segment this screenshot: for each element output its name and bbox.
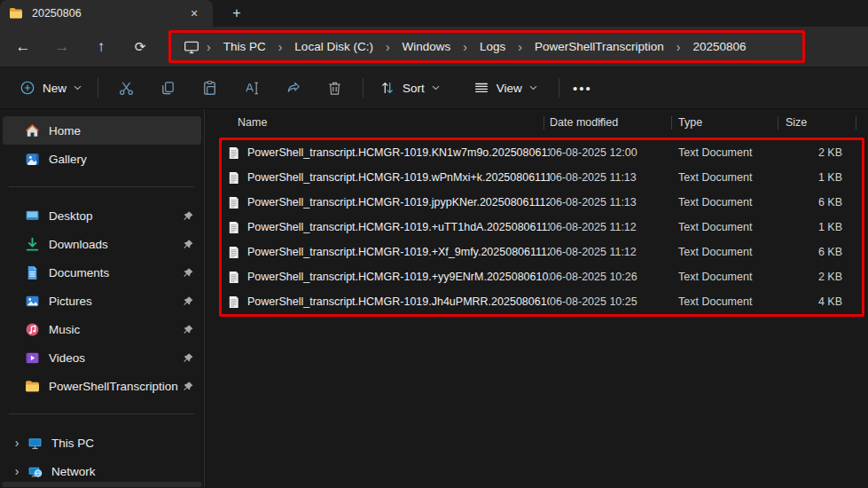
table-row[interactable]: PowerShell_transcript.HCMGR-1019.+Xf_9mf… — [222, 240, 862, 264]
column-header-size[interactable]: Size — [778, 116, 868, 129]
text-document-icon — [227, 171, 240, 185]
text-document-icon — [227, 246, 240, 259]
breadcrumb-item-local-disk-c[interactable]: Local Disk (C:) — [287, 37, 380, 56]
close-tab-icon[interactable]: ✕ — [184, 4, 204, 23]
chevron-right-icon: › — [273, 41, 288, 53]
chevron-right-icon: › — [512, 41, 528, 53]
videos-icon — [25, 350, 40, 366]
sort-button-label: Sort — [403, 82, 425, 95]
column-divider[interactable] — [671, 116, 672, 130]
sidebar-item-label: Videos — [49, 351, 85, 365]
desktop-icon — [25, 209, 40, 224]
chevron-down-icon — [432, 85, 440, 91]
file-type: Text Document — [678, 221, 794, 233]
delete-button[interactable] — [314, 73, 356, 103]
file-date: 06-08-2025 11:13 — [550, 196, 678, 209]
sidebar-item-label: Music — [49, 323, 80, 336]
column-divider[interactable] — [543, 116, 544, 130]
chevron-right-icon: › — [671, 41, 686, 53]
column-header-date-modified[interactable]: Date modified — [543, 116, 671, 129]
chevron-right-icon: › — [380, 41, 395, 53]
table-row[interactable]: PowerShell_transcript.HCMGR-1019.Jh4uPMR… — [222, 289, 862, 314]
rename-button[interactable] — [231, 73, 272, 103]
copy-button[interactable] — [147, 73, 189, 103]
sort-button[interactable]: Sort — [371, 73, 449, 103]
sidebar-item-pictures[interactable]: Pictures — [3, 287, 201, 315]
folder-icon — [25, 379, 40, 394]
view-list-icon — [473, 80, 489, 96]
pin-icon — [183, 267, 194, 279]
paste-icon — [201, 80, 218, 97]
tab-title: 20250806 — [32, 7, 184, 20]
explorer-tab[interactable]: 20250806 ✕ — [0, 0, 213, 27]
back-button[interactable]: ← — [4, 32, 43, 62]
text-document-icon — [227, 196, 240, 209]
text-document-icon — [227, 295, 240, 309]
column-divider[interactable] — [856, 116, 856, 130]
text-document-icon — [227, 221, 240, 234]
sidebar-item-home[interactable]: Home — [3, 116, 201, 145]
expand-chevron-icon[interactable]: › — [10, 464, 24, 478]
file-size: 1 KB — [794, 171, 862, 184]
paste-button[interactable] — [189, 73, 231, 103]
chevron-down-icon — [74, 85, 82, 91]
sidebar-item-documents[interactable]: Documents — [3, 258, 201, 287]
table-row[interactable]: PowerShell_transcript.HCMGR-1019.+yy9ENr… — [222, 264, 862, 289]
new-button[interactable]: New — [11, 73, 90, 103]
table-row[interactable]: PowerShell_transcript.HCMGR-1019.+uTT1hd… — [222, 215, 862, 240]
expand-chevron-icon[interactable]: › — [10, 436, 24, 450]
sidebar-item-powershelltranscription[interactable]: PowerShellTranscription — [3, 372, 201, 400]
view-button[interactable]: View — [465, 73, 546, 103]
breadcrumb-item-20250806[interactable]: 20250806 — [685, 37, 753, 56]
this-pc-icon — [27, 436, 43, 451]
file-list-pane: Name Date modified Type Size PowerShell_… — [205, 109, 868, 487]
file-name: PowerShell_transcript.HCMGR-1019.wPnMxi+… — [247, 171, 550, 184]
cut-button[interactable] — [106, 73, 147, 103]
new-tab-button[interactable]: + — [225, 2, 248, 25]
table-row[interactable]: PowerShell_transcript.HCMGR-1019.jpypKNe… — [222, 190, 862, 215]
breadcrumb-item-logs[interactable]: Logs — [473, 37, 512, 56]
sidebar-item-desktop[interactable]: Desktop — [3, 201, 201, 230]
table-row[interactable]: PowerShell_transcript.HCMGR-1019.KN1w7m9… — [222, 140, 862, 165]
sidebar-item-downloads[interactable]: Downloads — [3, 230, 201, 258]
navigation-bar: ← → ↑ ⟳ › This PC › Local Disk (C:) › Wi… — [0, 27, 868, 67]
sidebar-item-this-pc[interactable]: › This PC — [3, 429, 201, 457]
documents-icon — [25, 265, 40, 280]
ellipsis-icon: ••• — [573, 81, 592, 96]
sidebar-item-videos[interactable]: Videos — [3, 343, 201, 372]
more-options-button[interactable]: ••• — [567, 73, 598, 103]
file-name: PowerShell_transcript.HCMGR-1019.Jh4uPMR… — [247, 295, 550, 308]
sidebar-item-music[interactable]: Music — [3, 315, 201, 343]
sidebar-separator — [9, 186, 195, 187]
file-type: Text Document — [678, 171, 794, 184]
refresh-button[interactable]: ⟳ — [121, 32, 160, 62]
file-size: 6 KB — [794, 246, 862, 258]
pictures-icon — [25, 294, 40, 309]
navigation-pane: Home Gallery Desktop Downloads Documents — [0, 109, 205, 487]
up-button[interactable]: ↑ — [82, 32, 121, 62]
breadcrumb-item-this-pc[interactable]: This PC — [216, 37, 273, 56]
breadcrumb-item-powershelltranscription[interactable]: PowerShellTranscription — [528, 37, 671, 56]
copy-icon — [160, 80, 176, 97]
file-date: 06-08-2025 11:13 — [550, 171, 678, 184]
forward-button[interactable]: → — [43, 32, 82, 62]
column-headers: Name Date modified Type Size — [205, 111, 868, 134]
breadcrumb[interactable]: › This PC › Local Disk (C:) › Windows › … — [168, 30, 805, 63]
network-icon — [27, 464, 43, 479]
column-header-type[interactable]: Type — [671, 116, 778, 129]
file-name: PowerShell_transcript.HCMGR-1019.KN1w7m9… — [247, 146, 550, 159]
downloads-icon — [25, 237, 40, 252]
sidebar-horizontal-scrollbar[interactable] — [2, 482, 202, 487]
file-name: PowerShell_transcript.HCMGR-1019.+yy9ENr… — [247, 271, 550, 283]
file-type: Text Document — [678, 246, 794, 258]
column-header-name[interactable]: Name — [205, 116, 543, 129]
breadcrumb-item-windows[interactable]: Windows — [395, 37, 458, 56]
new-button-label: New — [43, 82, 66, 95]
sidebar-item-label: Downloads — [49, 238, 108, 251]
share-button[interactable] — [272, 73, 314, 103]
table-row[interactable]: PowerShell_transcript.HCMGR-1019.wPnMxi+… — [222, 165, 862, 190]
column-divider[interactable] — [778, 116, 778, 130]
file-date: 06-08-2025 11:12 — [550, 246, 678, 258]
sidebar-item-gallery[interactable]: Gallery — [3, 145, 201, 173]
text-document-icon — [227, 271, 240, 284]
